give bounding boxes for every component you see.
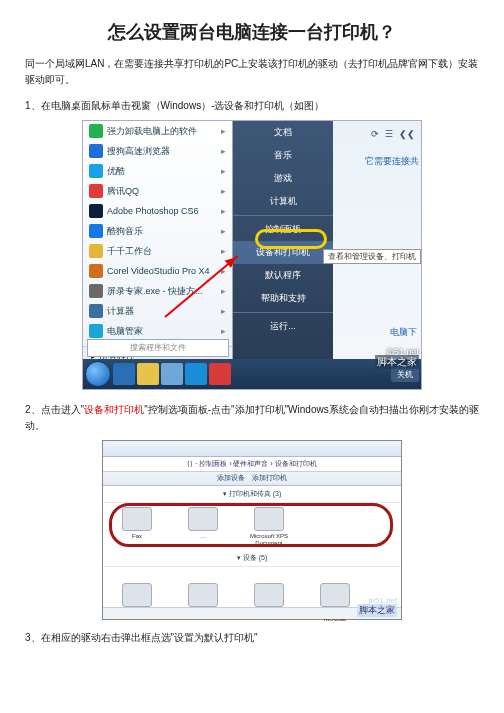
app-label: 腾讯QQ <box>107 185 139 198</box>
page-top-icons: ⟳ ☰ ❮❮ <box>371 129 415 139</box>
device-icon <box>254 583 284 607</box>
screenshot-start-menu: ⟳ ☰ ❮❮ 它需要连接共 电脑下 强力卸载电脑上的软件▸搜狗高速浏览器▸优酷▸… <box>82 120 422 390</box>
app-label: Corel VideoStudio Pro X4 <box>107 266 209 276</box>
menu-documents[interactable]: 文档 <box>233 121 333 144</box>
menu-help-support[interactable]: 帮助和支持 <box>233 287 333 310</box>
separator <box>233 312 333 313</box>
menu-devices-printers[interactable]: 设备和打印机 <box>233 241 333 264</box>
app-label: 电脑管家 <box>107 325 143 338</box>
page-side-label: 电脑下 <box>390 326 417 339</box>
app-icon <box>89 124 103 138</box>
app-icon <box>89 324 103 338</box>
window-titlebar <box>103 441 401 457</box>
chevron-right-icon: ▸ <box>221 146 226 156</box>
menu-music[interactable]: 音乐 <box>233 144 333 167</box>
start-menu-app-item[interactable]: 计算器▸ <box>83 301 232 321</box>
app-icon <box>89 164 103 178</box>
app-icon <box>89 224 103 238</box>
chevron-right-icon: ▸ <box>221 306 226 316</box>
step-1: 1、在电脑桌面鼠标单击视窗（Windows）-选设备和打印机（如图） <box>25 98 479 114</box>
menu-games[interactable]: 游戏 <box>233 167 333 190</box>
page-blue-text: 它需要连接共 <box>365 155 419 168</box>
search-input[interactable]: 搜索程序和文件 <box>87 339 229 357</box>
app-label: Adobe Photoshop CS6 <box>107 206 199 216</box>
chevron-right-icon: ▸ <box>221 326 226 336</box>
app-icon <box>89 284 103 298</box>
chevron-right-icon: ▸ <box>221 246 226 256</box>
menu-default-programs[interactable]: 默认程序 <box>233 264 333 287</box>
chevron-right-icon: ▸ <box>221 286 226 296</box>
chevron-right-icon: ▸ <box>221 166 226 176</box>
device-icon <box>320 583 350 607</box>
taskbar: 关机 <box>83 359 421 389</box>
start-menu-right: 文档 音乐 游戏 计算机 控制面板 设备和打印机 默认程序 帮助和支持 运行..… <box>233 121 333 361</box>
list-icon: ☰ <box>385 129 393 139</box>
section-printers: ▾ 打印机和传真 (3) <box>103 486 401 503</box>
menu-run[interactable]: 运行... <box>233 315 333 338</box>
taskbar-ie-icon[interactable] <box>113 363 135 385</box>
start-menu-app-item[interactable]: 电脑管家▸ <box>83 321 232 341</box>
start-menu-app-item[interactable]: 屏录专家.exe - 快捷方...▸ <box>83 281 232 301</box>
app-label: 千千工作台 <box>107 245 152 258</box>
watermark-cn: 脚本之家 <box>375 355 419 369</box>
start-menu-app-item[interactable]: 酷狗音乐▸ <box>83 221 232 241</box>
section-devices: ▾ 设备 (5) <box>103 550 401 567</box>
app-icon <box>89 144 103 158</box>
start-menu-app-item[interactable]: Adobe Photoshop CS6▸ <box>83 201 232 221</box>
taskbar-app-icon[interactable] <box>185 363 207 385</box>
app-icon <box>89 204 103 218</box>
device-icon <box>122 583 152 607</box>
intro-text: 同一个局域网LAN，在需要连接共享打印机的PC上安装该打印机的驱动（去打印机品牌… <box>25 56 479 88</box>
step-2: 2、点击进入"设备和打印机"控制选项面板-点击"添加打印机"Windows系统会… <box>25 402 479 434</box>
back-icon: ❮❮ <box>399 129 415 139</box>
start-menu-app-item[interactable]: 千千工作台▸ <box>83 241 232 261</box>
app-label: 搜狗高速浏览器 <box>107 145 170 158</box>
breadcrumb[interactable]: ⟨⟩ · 控制面板 › 硬件和声音 › 设备和打印机 <box>103 457 401 472</box>
app-icon <box>89 244 103 258</box>
app-icon <box>89 264 103 278</box>
app-label: 酷狗音乐 <box>107 225 143 238</box>
red-circle-callout <box>109 503 393 547</box>
chevron-right-icon: ▸ <box>221 206 226 216</box>
start-menu-left: 强力卸载电脑上的软件▸搜狗高速浏览器▸优酷▸腾讯QQ▸Adobe Photosh… <box>83 121 233 361</box>
app-label: 强力卸载电脑上的软件 <box>107 125 197 138</box>
separator <box>233 215 333 216</box>
refresh-icon: ⟳ <box>371 129 379 139</box>
toolbar[interactable]: 添加设备 添加打印机 <box>103 472 401 486</box>
screenshot-devices-printers: ⟨⟩ · 控制面板 › 硬件和声音 › 设备和打印机 添加设备 添加打印机 ▾ … <box>102 440 402 620</box>
chevron-right-icon: ▸ <box>221 126 226 136</box>
menu-control-panel[interactable]: 控制面板 <box>233 218 333 241</box>
device-icon <box>188 583 218 607</box>
taskbar-wmp-icon[interactable] <box>161 363 183 385</box>
app-label: 计算器 <box>107 305 134 318</box>
app-icon <box>89 184 103 198</box>
tooltip: 查看和管理设备、打印机 <box>323 249 421 264</box>
app-icon <box>89 304 103 318</box>
app-label: 优酷 <box>107 165 125 178</box>
start-menu-app-item[interactable]: 搜狗高速浏览器▸ <box>83 141 232 161</box>
page-title: 怎么设置两台电脑连接一台打印机？ <box>25 20 479 44</box>
menu-computer[interactable]: 计算机 <box>233 190 333 213</box>
watermark-cn: 脚本之家 <box>357 604 397 617</box>
start-menu-app-item[interactable]: 腾讯QQ▸ <box>83 181 232 201</box>
highlight-devices-printers: 设备和打印机 <box>84 404 144 415</box>
start-menu-app-item[interactable]: 强力卸载电脑上的软件▸ <box>83 121 232 141</box>
start-menu-app-item[interactable]: 优酷▸ <box>83 161 232 181</box>
chevron-right-icon: ▸ <box>221 186 226 196</box>
taskbar-app2-icon[interactable] <box>209 363 231 385</box>
chevron-right-icon: ▸ <box>221 226 226 236</box>
taskbar-explorer-icon[interactable] <box>137 363 159 385</box>
step-3: 3、在相应的驱动右击弹出框点选"设置为默认打印机" <box>25 630 479 646</box>
start-orb[interactable] <box>85 361 111 387</box>
